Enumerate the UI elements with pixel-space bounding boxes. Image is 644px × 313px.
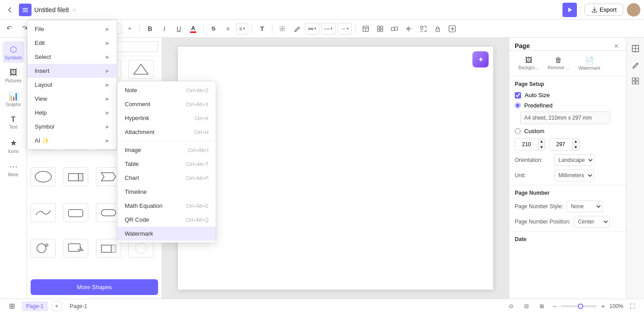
menu-chevron-ai: ▶ [106, 138, 109, 143]
menu-item-edit[interactable]: Edit ▶ [27, 36, 117, 50]
submenu-item-comment-label: Comment [125, 101, 150, 107]
menu-chevron-insert: ▶ [106, 68, 109, 73]
submenu-item-table[interactable]: Table Ctrl+Alt+T [118, 157, 216, 171]
menu-item-insert[interactable]: Insert ▶ [27, 64, 117, 78]
submenu-item-math[interactable]: Math Equation Ctrl+Alt+E [118, 199, 216, 213]
submenu-item-image-label: Image [125, 147, 141, 153]
submenu-item-hyperlink-label: Hyperlink [125, 115, 149, 121]
menu-item-view-label: View [35, 95, 47, 102]
insert-submenu: Note Ctrl+Alt+Z Comment Ctrl+Alt+X Hyper… [117, 81, 216, 243]
menu-item-file-label: File [35, 26, 44, 32]
submenu-item-note[interactable]: Note Ctrl+Alt+Z [118, 83, 216, 97]
menu-chevron-file: ▶ [106, 27, 109, 31]
submenu-item-timeline[interactable]: Timeline [118, 185, 216, 199]
submenu-item-hyperlink[interactable]: Hyperlink Ctrl+K [118, 111, 216, 125]
submenu-item-timeline-label: Timeline [125, 188, 147, 195]
menu-item-help-label: Help [35, 109, 47, 116]
menu-chevron-symbol: ▶ [106, 124, 109, 129]
submenu-item-chart-label: Chart [125, 174, 139, 181]
main-menu: File ▶ Edit ▶ Select ▶ Insert ▶ Layout ▶… [27, 20, 117, 150]
submenu-shortcut-chart: Ctrl+Alt+P [186, 175, 209, 181]
submenu-item-image[interactable]: Image Ctrl+Alt+I [118, 143, 216, 157]
menu-item-layout-label: Layout [35, 81, 52, 88]
submenu-shortcut-qr: Ctrl+Alt+Q [186, 217, 209, 223]
menu-chevron-select: ▶ [106, 54, 109, 59]
submenu-item-comment[interactable]: Comment Ctrl+Alt+X [118, 97, 216, 111]
menu-item-edit-label: Edit [35, 40, 45, 46]
submenu-shortcut-table: Ctrl+Alt+T [186, 161, 209, 167]
submenu-shortcut-attachment: Ctrl+H [195, 130, 209, 135]
menu-chevron-help: ▶ [106, 110, 109, 115]
menu-item-select-label: Select [35, 54, 51, 60]
submenu-shortcut-math: Ctrl+Alt+E [186, 203, 209, 209]
menu-chevron-view: ▶ [106, 96, 109, 101]
menu-item-layout[interactable]: Layout ▶ [27, 78, 117, 92]
submenu-item-attachment-label: Attachment [125, 129, 154, 135]
submenu-item-watermark[interactable]: Watermark [118, 227, 216, 241]
submenu-shortcut-hyperlink: Ctrl+K [195, 116, 209, 121]
submenu-shortcut-comment: Ctrl+Alt+X [186, 102, 209, 107]
submenu-item-note-label: Note [125, 87, 137, 94]
menu-item-insert-label: Insert [35, 67, 50, 74]
submenu-divider-1 [118, 141, 216, 141]
submenu-item-qr-label: QR Code [125, 216, 149, 223]
menu-item-view[interactable]: View ▶ [27, 92, 117, 106]
menu-item-ai-label: AI ✨ [35, 137, 49, 144]
menu-item-help[interactable]: Help ▶ [27, 106, 117, 120]
menu-item-symbol[interactable]: Symbol ▶ [27, 120, 117, 134]
submenu-shortcut-image: Ctrl+Alt+I [188, 148, 209, 153]
menu-item-select[interactable]: Select ▶ [27, 50, 117, 64]
submenu-item-chart[interactable]: Chart Ctrl+Alt+P [118, 171, 216, 185]
submenu-item-math-label: Math Equation [125, 202, 163, 209]
submenu-item-table-label: Table [125, 161, 139, 167]
menu-chevron-edit: ▶ [106, 40, 109, 45]
menu-item-file[interactable]: File ▶ [27, 22, 117, 36]
submenu-item-watermark-label: Watermark [125, 230, 153, 237]
menu-chevron-layout: ▶ [106, 82, 109, 87]
submenu-item-qr[interactable]: QR Code Ctrl+Alt+Q [118, 213, 216, 227]
menu-item-ai[interactable]: AI ✨ ▶ [27, 134, 117, 148]
submenu-item-attachment[interactable]: Attachment Ctrl+H [118, 125, 216, 139]
menu-item-symbol-label: Symbol [35, 123, 54, 130]
submenu-shortcut-note: Ctrl+Alt+Z [186, 88, 209, 93]
